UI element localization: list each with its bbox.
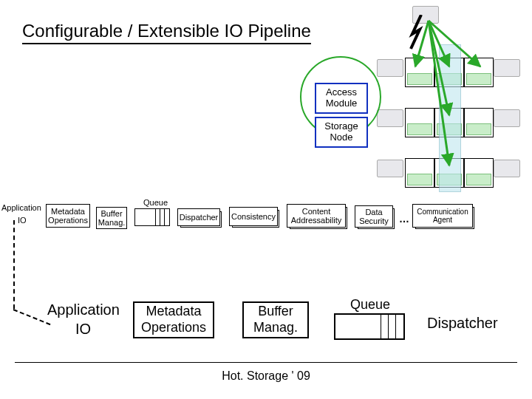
dispatcher-box: Dispatcher [177,208,220,226]
arrow-fan-icon [399,15,525,192]
communication-agent-box: Communication Agent [412,204,473,228]
buffer-manag-box: Buffer Manag. [96,207,127,229]
queue-big-icon [334,313,405,340]
page-title: Configurable / Extensible IO Pipeline [22,21,311,41]
io-big-label: IO [75,321,91,338]
footer-text: Hot. Storage ' 09 [0,369,532,383]
queue-icon [134,208,170,226]
data-security-box: Data Security [355,205,393,228]
io-label: IO [18,216,27,225]
application-label: Application [1,203,41,212]
ellipsis-icon: … [399,213,409,225]
access-module-box: Access Module [315,83,368,114]
queue-big-label: Queue [350,297,390,313]
footer-divider [15,362,517,363]
metadata-operations-big-box: Metadata Operations [133,301,214,338]
application-big-label: Application [47,301,120,318]
dashed-connector-icon [13,220,15,309]
content-addressability-box: Content Addressability [287,204,346,228]
metadata-operations-box: Metadata Operations [46,204,90,228]
dispatcher-big-label: Dispatcher [427,315,498,332]
buffer-manag-big-box: Buffer Manag. [242,301,309,338]
consistency-box: Consistency [229,207,278,226]
dashed-connector-icon [13,309,51,325]
storage-node-box: Storage Node [315,117,368,148]
queue-label: Queue [143,198,168,207]
